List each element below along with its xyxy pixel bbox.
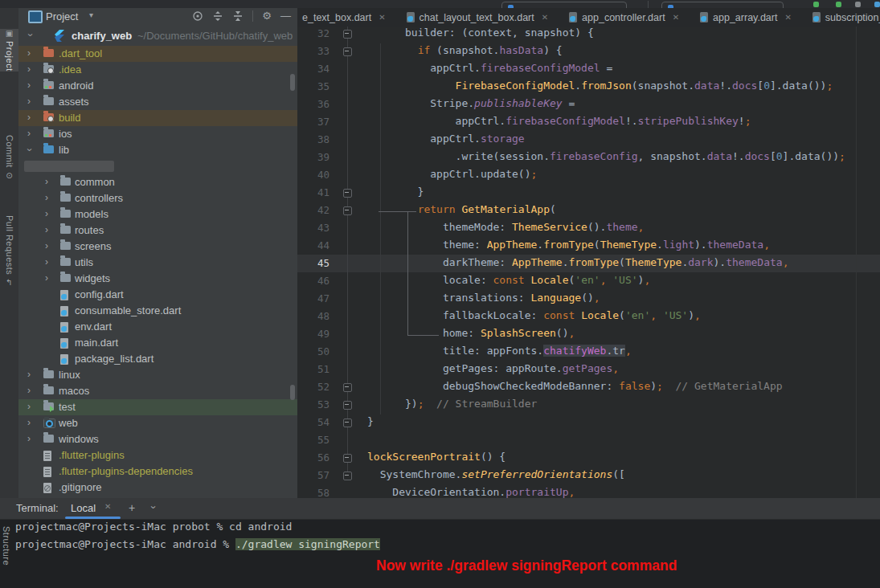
sidebar-item-pull-requests[interactable]: Pull Requests↰	[0, 215, 18, 287]
tree-item-dot-idea[interactable]: ›.idea	[18, 62, 297, 78]
fold-marker-icon[interactable]	[343, 30, 352, 39]
tree-item-widgets[interactable]: ›widgets	[18, 271, 297, 287]
close-icon[interactable]: ✕	[673, 13, 679, 22]
tree-item-dot-flutter-plugins[interactable]: .flutter-plugins	[18, 447, 297, 463]
chevron-collapsed-icon[interactable]: ›	[27, 80, 31, 90]
sidebar-item-commit[interactable]: Commit⊙	[0, 135, 18, 180]
profile-icon[interactable]	[855, 2, 861, 7]
collapse-all-icon[interactable]	[232, 10, 244, 22]
chevron-expanded-icon[interactable]: ›	[26, 34, 35, 37]
tree-item-lib[interactable]: ›lib	[18, 142, 297, 158]
tree-item-dot-flutter-plugins-dependencies[interactable]: .flutter-plugins-dependencies	[18, 463, 297, 480]
close-icon[interactable]: ✕	[379, 13, 385, 22]
close-icon[interactable]: ✕	[784, 13, 791, 22]
close-icon[interactable]: ✕	[104, 502, 111, 511]
device-selector[interactable]	[661, 2, 784, 8]
sidebar-item-structure[interactable]: Structure	[2, 526, 11, 566]
fold-marker-icon[interactable]	[343, 454, 352, 463]
tree-item-windows[interactable]: ›windows	[18, 431, 297, 447]
chevron-collapsed-icon[interactable]: ›	[27, 96, 31, 106]
chevron-collapsed-icon[interactable]: ›	[27, 129, 31, 138]
tree-item-routes[interactable]: ›routes	[18, 223, 297, 239]
fold-marker-icon[interactable]	[343, 206, 352, 215]
tree-item-linux[interactable]: ›linux	[18, 367, 297, 383]
chevron-expanded-icon[interactable]: ›	[25, 149, 35, 152]
tree-item-build[interactable]: ›build	[18, 110, 297, 126]
tree-item-dot-gitignore[interactable]: .gitignore	[18, 480, 297, 496]
folder-icon	[43, 65, 54, 73]
expand-all-icon[interactable]	[212, 10, 223, 22]
tree-item-env.dart[interactable]: env.dart	[18, 319, 297, 335]
tree-item-screens[interactable]: ›screens	[18, 239, 297, 255]
tree-item-controllers[interactable]: ›controllers	[18, 190, 297, 206]
tab-subscription_list.dart[interactable]: subscription_list.dart✕	[802, 8, 880, 27]
code-line-34: 34 appCtrl.firebaseConfigModel =	[297, 60, 880, 78]
tab-chat_layout_text_box.dart[interactable]: chat_layout_text_box.dart✕	[396, 8, 559, 27]
tab-label: app_controller.dart	[582, 12, 665, 23]
panel-scrollbar-thumb-2[interactable]	[290, 385, 295, 400]
panel-scrollbar-thumb[interactable]	[290, 74, 295, 91]
sidebar-item-project[interactable]: ▣Project	[0, 29, 18, 71]
new-terminal-icon[interactable]: +	[129, 501, 135, 514]
tree-item-package_list.dart[interactable]: package_list.dart	[18, 351, 297, 367]
tab-e_text_box.dart[interactable]: e_text_box.dart✕	[297, 8, 396, 27]
hide-icon[interactable]: —	[280, 10, 291, 22]
chevron-collapsed-icon[interactable]: ›	[27, 386, 31, 395]
tab-label: app_array.dart	[713, 12, 777, 23]
chevron-collapsed-icon[interactable]: ›	[27, 418, 31, 427]
terminal-output[interactable]: projectmac@Projects-iMac probot % cd and…	[0, 519, 880, 588]
run-config-selector[interactable]	[501, 2, 627, 8]
tree-item-test[interactable]: ›test	[18, 399, 297, 415]
tree-item-models[interactable]: ›models	[18, 206, 297, 223]
chevron-collapsed-icon[interactable]: ›	[27, 434, 31, 443]
chevron-collapsed-icon[interactable]: ›	[27, 370, 31, 379]
terminal-dropdown-icon[interactable]: ›	[149, 506, 158, 509]
chevron-collapsed-icon[interactable]: ›	[45, 225, 48, 235]
fold-marker-icon[interactable]	[343, 383, 352, 392]
tree-item-android[interactable]: ›android	[18, 78, 297, 94]
chevron-collapsed-icon[interactable]: ›	[45, 257, 48, 267]
fold-marker-icon[interactable]	[343, 472, 352, 480]
line-number: 53	[297, 398, 329, 410]
fold-marker-icon[interactable]	[343, 419, 352, 427]
chevron-collapsed-icon[interactable]: ›	[27, 64, 31, 74]
locate-icon[interactable]	[192, 10, 203, 22]
tab-app_array.dart[interactable]: app_array.dart✕	[690, 8, 802, 27]
chevron-collapsed-icon[interactable]: ›	[27, 112, 31, 122]
tree-inline-edit-box[interactable]	[24, 161, 114, 172]
run-icon[interactable]	[813, 2, 819, 7]
settings-icon[interactable]: ⚙	[262, 10, 272, 22]
fold-marker-icon[interactable]	[343, 47, 352, 56]
tab-app_controller.dart[interactable]: app_controller.dart✕	[559, 8, 690, 27]
chevron-collapsed-icon[interactable]: ›	[45, 209, 48, 218]
fold-marker-icon[interactable]	[343, 189, 352, 198]
tree-item-web[interactable]: ›web	[18, 415, 297, 431]
fold-marker-icon[interactable]	[343, 401, 352, 410]
chevron-collapsed-icon[interactable]: ›	[45, 193, 48, 202]
tree-item-dot-dart_tool[interactable]: ›.dart_tool	[18, 46, 297, 62]
attach-icon[interactable]	[874, 2, 880, 7]
tree-item-label: windows	[59, 433, 99, 445]
tree-item-consumable_store.dart[interactable]: consumable_store.dart	[18, 303, 297, 319]
chevron-collapsed-icon[interactable]: ›	[45, 177, 48, 186]
chevron-down-icon[interactable]: ▾	[89, 10, 93, 19]
line-number: 54	[297, 416, 329, 428]
chevron-collapsed-icon[interactable]: ›	[27, 48, 31, 58]
project-root-row[interactable]: › charify_web ~/Documents/GitHub/chatify…	[18, 27, 297, 45]
chevron-collapsed-icon[interactable]: ›	[45, 241, 48, 251]
tree-item-label: linux	[59, 369, 80, 381]
tree-item-macos[interactable]: ›macos	[18, 383, 297, 399]
close-icon[interactable]: ✕	[542, 13, 548, 22]
tree-item-assets[interactable]: ›assets	[18, 94, 297, 110]
tree-item-common[interactable]: ›common	[18, 174, 297, 190]
tree-item-utils[interactable]: ›utils	[18, 255, 297, 271]
debug-icon[interactable]	[836, 2, 841, 7]
project-panel-title[interactable]: Project	[46, 10, 78, 22]
terminal-tab-local[interactable]: Local	[71, 502, 96, 514]
tree-item-config.dart[interactable]: config.dart	[18, 287, 297, 303]
chevron-collapsed-icon[interactable]: ›	[45, 273, 48, 283]
tree-item-main.dart[interactable]: main.dart	[18, 335, 297, 351]
chevron-collapsed-icon[interactable]: ›	[27, 402, 31, 411]
tree-item-ios[interactable]: ›ios	[18, 126, 297, 142]
code-editor[interactable]: 32 builder: (context, snapshot) {33 if (…	[297, 27, 880, 498]
